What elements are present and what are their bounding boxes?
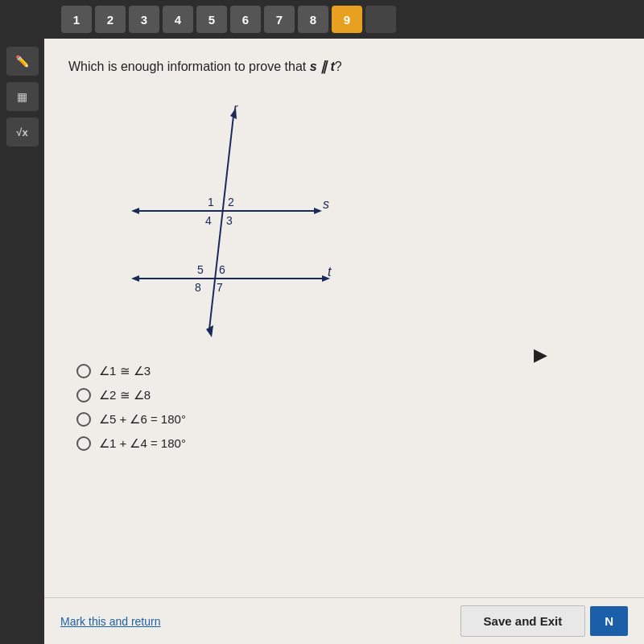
- question-btn-1[interactable]: 1: [61, 6, 92, 33]
- cursor-pointer: ▶: [534, 345, 547, 365]
- question-text-before: Which is enough information to prove tha…: [68, 60, 310, 73]
- question-btn-9[interactable]: 9: [332, 6, 362, 33]
- diagram-area: r s t 1 2 4 3 5 6 8 7: [93, 92, 620, 345]
- bottom-bar: Mark this and return Save and Exit N: [44, 597, 644, 644]
- svg-text:3: 3: [226, 214, 233, 227]
- question-btn-2[interactable]: 2: [95, 6, 126, 33]
- svg-text:s: s: [323, 197, 329, 211]
- svg-text:1: 1: [208, 196, 214, 208]
- question-btn-8[interactable]: 8: [298, 6, 328, 33]
- choice-d-text: ∠1 + ∠4 = 180°: [99, 436, 186, 451]
- sqrt-icon[interactable]: √x: [6, 118, 39, 147]
- svg-marker-2: [131, 208, 139, 214]
- svg-text:t: t: [328, 265, 332, 279]
- grid-icon[interactable]: ▦: [6, 82, 39, 111]
- svg-text:4: 4: [205, 214, 212, 227]
- svg-marker-5: [131, 275, 139, 282]
- choice-b-text: ∠2 ≅ ∠8: [99, 388, 151, 402]
- question-math: s ∥ t: [310, 60, 335, 73]
- radio-d[interactable]: [76, 436, 91, 451]
- save-and-exit-button[interactable]: Save and Exit: [460, 605, 586, 637]
- question-btn-10[interactable]: [365, 6, 396, 33]
- svg-marker-1: [314, 208, 322, 214]
- question-btn-6[interactable]: 6: [230, 6, 261, 33]
- parallel-lines-diagram: r s t 1 2 4 3 5 6 8 7: [93, 92, 350, 341]
- svg-text:6: 6: [219, 263, 225, 276]
- question-btn-3[interactable]: 3: [129, 6, 159, 33]
- pencil-icon[interactable]: ✏️: [6, 47, 39, 76]
- svg-text:2: 2: [228, 196, 234, 208]
- choice-d[interactable]: ∠1 + ∠4 = 180°: [76, 436, 620, 451]
- choice-b[interactable]: ∠2 ≅ ∠8: [76, 388, 620, 402]
- choice-a[interactable]: ∠1 ≅ ∠3: [76, 364, 620, 378]
- next-button[interactable]: N: [590, 606, 628, 636]
- question-btn-5[interactable]: 5: [196, 6, 227, 33]
- question-btn-7[interactable]: 7: [264, 6, 295, 33]
- radio-c[interactable]: [76, 412, 91, 427]
- svg-text:r: r: [233, 101, 238, 115]
- left-sidebar: ✏️ ▦ √x: [0, 39, 44, 644]
- svg-text:5: 5: [197, 263, 204, 276]
- radio-b[interactable]: [76, 388, 91, 402]
- radio-a[interactable]: [76, 364, 91, 378]
- svg-text:8: 8: [195, 281, 201, 294]
- svg-text:7: 7: [217, 281, 223, 294]
- choice-c-text: ∠5 + ∠6 = 180°: [99, 412, 186, 427]
- choice-a-text: ∠1 ≅ ∠3: [99, 364, 151, 378]
- question-text-after: ?: [335, 60, 342, 73]
- answer-choices: ∠1 ≅ ∠3 ∠2 ≅ ∠8 ∠5 + ∠6 = 180° ∠1 + ∠4 =…: [76, 364, 620, 451]
- mark-and-return-link[interactable]: Mark this and return: [60, 615, 161, 628]
- question-text: Which is enough information to prove tha…: [68, 58, 620, 76]
- question-btn-4[interactable]: 4: [163, 6, 193, 33]
- main-content: Which is enough information to prove tha…: [44, 39, 644, 644]
- choice-c[interactable]: ∠5 + ∠6 = 180°: [76, 412, 620, 427]
- top-number-bar: 1 2 3 4 5 6 7 8 9: [0, 0, 644, 39]
